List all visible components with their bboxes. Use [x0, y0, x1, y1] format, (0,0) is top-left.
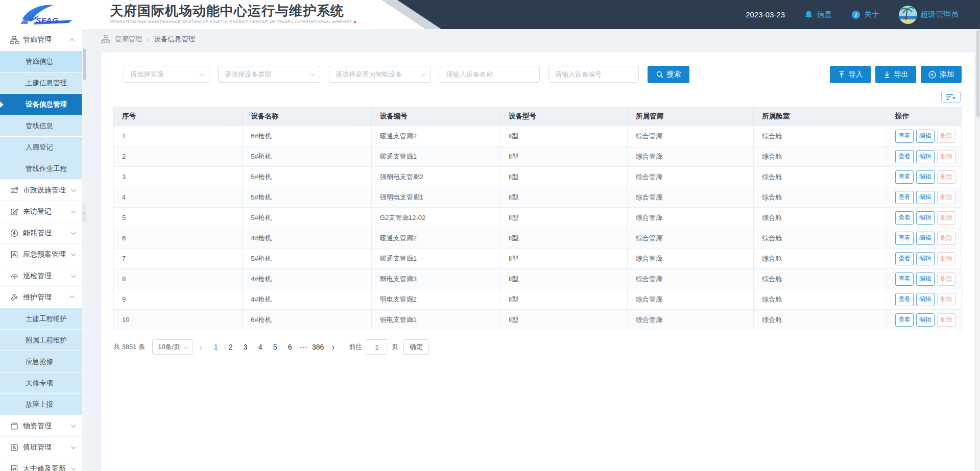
page-button-2[interactable]: 2 [224, 343, 237, 351]
more-pages-button[interactable]: ··· [300, 343, 308, 351]
page-scrollbar-thumb[interactable] [976, 30, 979, 117]
view-button[interactable]: 查看 [895, 211, 914, 225]
sidebar-group-5[interactable]: 巡检管理 [0, 265, 82, 286]
sidebar-group-4[interactable]: 应急预案管理 [0, 243, 82, 265]
sidebar-scrollbar-thumb[interactable] [83, 48, 86, 80]
sidebar-group-2[interactable]: 来访登记 [0, 201, 82, 222]
page-size-select[interactable]: 10条/页 [152, 339, 193, 355]
device-name-input[interactable] [440, 66, 540, 83]
prev-page-button[interactable]: ‹ [199, 342, 202, 352]
export-button[interactable]: 导出 [875, 66, 916, 83]
messages-link[interactable]: 信息 [804, 10, 832, 19]
smart-device-select[interactable]: 请选择是否为智能设备 [329, 66, 431, 83]
sidebar-item-0-3[interactable]: 管线信息 [0, 115, 82, 136]
view-button[interactable]: 查看 [895, 130, 914, 143]
page-button-1[interactable]: 1 [209, 343, 222, 351]
delete-button[interactable]: 删除 [937, 313, 955, 327]
goto-confirm-button[interactable]: 确定 [403, 339, 429, 355]
sidebar-item-6-0[interactable]: 土建工程维护 [0, 308, 82, 329]
next-page-button[interactable]: › [331, 342, 334, 352]
sidebar-item-6-4[interactable]: 故障上报 [0, 393, 82, 415]
sidebar-group-0[interactable]: 管廊管理 [0, 29, 82, 51]
table-row: 55#枪机G2支管廊12-02Ⅱ型综合管廊综合舱查看编辑删除 [114, 208, 962, 228]
page-button-6[interactable]: 6 [283, 343, 296, 351]
view-button[interactable]: 查看 [895, 252, 914, 265]
corridor-select[interactable]: 请选择管廊 [124, 66, 209, 83]
search-button[interactable]: 搜索 [648, 66, 689, 83]
table-row: 84#枪机弱电支管廊3Ⅱ型综合管廊综合舱查看编辑删除 [114, 269, 962, 289]
sidebar-group-9[interactable]: 大中修及更新 [0, 458, 82, 471]
sidebar-item-0-5[interactable]: 管线作业工程 [0, 158, 82, 179]
edit-button[interactable]: 编辑 [916, 232, 935, 245]
device-code-input[interactable] [548, 66, 639, 83]
view-button[interactable]: 查看 [895, 150, 914, 163]
view-button[interactable]: 查看 [895, 272, 914, 286]
sidebar-group-7[interactable]: 物资管理 [0, 415, 82, 436]
edit-button[interactable]: 编辑 [916, 313, 935, 327]
cell-name: 6#枪机 [243, 310, 371, 330]
delete-button[interactable]: 删除 [937, 191, 955, 204]
add-button[interactable]: 添加 [921, 66, 962, 83]
delete-button[interactable]: 删除 [937, 293, 955, 306]
about-link[interactable]: i 关于 [851, 10, 879, 19]
cell-actions: 查看编辑删除 [887, 310, 961, 330]
cell-actions: 查看编辑删除 [887, 146, 961, 167]
topbar-right: 2023-03-23 信息 i 关于 [746, 0, 959, 29]
view-button[interactable]: 查看 [895, 191, 914, 204]
breadcrumb-root[interactable]: 管廊管理 [115, 35, 142, 44]
sidebar-item-0-4[interactable]: 入廊登记 [0, 136, 82, 158]
edit-button[interactable]: 编辑 [916, 293, 935, 306]
filter-row: 请选择管廊 请选择设备类型 请选择是否为智能设备 [124, 66, 962, 83]
sidebar-group-1[interactable]: 市政设施管理 [0, 179, 82, 201]
inspection-icon [10, 272, 19, 280]
device-table: 序号设备名称设备编号设备型号所属管廊所属舱室操作 16#枪机暖通支管廊2Ⅱ型综合… [113, 107, 962, 330]
page-button-3[interactable]: 3 [239, 343, 252, 351]
sidebar-group-3[interactable]: 能耗管理 [0, 222, 82, 243]
page-button-last[interactable]: 386 [312, 343, 324, 351]
view-button[interactable]: 查看 [895, 232, 914, 245]
delete-button[interactable]: 删除 [937, 130, 955, 143]
sidebar-group-8[interactable]: 值班管理 [0, 436, 82, 458]
sidebar-item-0-0[interactable]: 管廊信息 [0, 51, 82, 72]
goto-page-input[interactable] [366, 339, 388, 355]
sidebar-item-6-2[interactable]: 应急抢修 [0, 351, 82, 372]
delete-button[interactable]: 删除 [937, 170, 955, 184]
sidebar-scrollbar[interactable] [82, 29, 86, 471]
device-type-select[interactable]: 请选择设备类型 [218, 66, 320, 83]
delete-button[interactable]: 删除 [937, 252, 955, 265]
page-button-5[interactable]: 5 [269, 343, 281, 351]
edit-button[interactable]: 编辑 [916, 252, 935, 265]
chevron-down-icon [421, 71, 426, 76]
edit-button[interactable]: 编辑 [916, 191, 935, 204]
column-settings-button[interactable] [941, 91, 961, 103]
sidebar-collapse-handle[interactable]: ‹ [82, 203, 86, 222]
chevron-down-icon [71, 208, 76, 213]
view-button[interactable]: 查看 [895, 293, 914, 306]
cell-cabin: 综合舱 [754, 310, 887, 330]
page-scrollbar[interactable] [976, 29, 980, 471]
cell-corridor: 综合管廊 [627, 126, 753, 146]
edit-button[interactable]: 编辑 [916, 150, 935, 163]
sidebar-item-6-3[interactable]: 大修专项 [0, 372, 82, 393]
view-button[interactable]: 查看 [895, 313, 914, 327]
chevron-down-icon [71, 272, 76, 278]
table-row: 16#枪机暖通支管廊2Ⅱ型综合管廊综合舱查看编辑删除 [114, 126, 962, 146]
delete-button[interactable]: 删除 [937, 150, 955, 163]
delete-button[interactable]: 删除 [937, 272, 955, 286]
edit-button[interactable]: 编辑 [916, 272, 935, 286]
sidebar-item-6-1[interactable]: 附属工程维护 [0, 329, 82, 351]
sidebar-item-0-1[interactable]: 土建信息管理 [0, 72, 82, 93]
sidebar-group-6[interactable]: 维护管理 [0, 286, 82, 308]
edit-button[interactable]: 编辑 [916, 211, 935, 225]
avatar[interactable] [899, 6, 917, 24]
sidebar-item-0-2[interactable]: 设备信息管理 [0, 93, 82, 115]
edit-button[interactable]: 编辑 [916, 130, 935, 143]
view-button[interactable]: 查看 [895, 170, 914, 184]
page-button-4[interactable]: 4 [254, 343, 267, 351]
user-menu[interactable]: 超级管理员 [899, 6, 959, 24]
import-button[interactable]: 导入 [830, 66, 871, 83]
delete-button[interactable]: 删除 [937, 232, 955, 245]
delete-button[interactable]: 删除 [937, 211, 955, 225]
edit-button[interactable]: 编辑 [916, 170, 935, 184]
cell-index: 5 [114, 208, 243, 228]
